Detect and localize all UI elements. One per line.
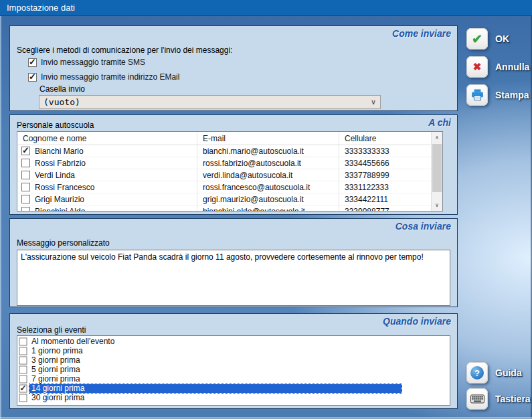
event-checkbox[interactable] bbox=[19, 375, 27, 383]
person-email: verdi.linda@autosucola.it bbox=[197, 169, 339, 181]
methods-instruction-label: Scegliere i metodi di comunicazione per … bbox=[17, 46, 232, 55]
section-header-cosa-inviare: Cosa inviare bbox=[395, 221, 451, 232]
keyboard-icon bbox=[466, 388, 488, 410]
person-phone: 3334455666 bbox=[339, 157, 432, 169]
checkbox-row-sms[interactable]: Invio messaggio tramite SMS bbox=[28, 58, 145, 67]
column-header-phone: Cellulare bbox=[339, 132, 432, 145]
casella-invio-label: Casella invio bbox=[39, 84, 85, 94]
guida-button-label: Guida bbox=[495, 367, 522, 378]
person-email: rossi.fabrizio@autoscuola.it bbox=[197, 157, 339, 169]
ok-button-label: OK bbox=[495, 33, 509, 44]
event-list-item[interactable]: 3 giorni prima bbox=[17, 355, 450, 365]
staff-table-header: Cognome e nome E-mail Cellulare bbox=[17, 132, 431, 145]
sms-checkbox[interactable] bbox=[28, 58, 37, 67]
dialog-window: Impostazione dati Come inviare Scegliere… bbox=[0, 0, 532, 419]
person-phone: 3334422111 bbox=[339, 193, 432, 205]
event-list-item[interactable]: 1 giorno prima bbox=[17, 346, 450, 355]
seleziona-eventi-label: Seleziona gli eventi bbox=[17, 325, 86, 335]
section-header-a-chi: A chi bbox=[428, 117, 451, 128]
guida-button[interactable]: ? Guida bbox=[466, 362, 522, 384]
annulla-button[interactable]: ✖ Annulla bbox=[466, 56, 529, 78]
event-label: 30 giorni prima bbox=[29, 394, 402, 402]
annulla-button-label: Annulla bbox=[495, 62, 529, 72]
tastiera-button-label: Tastiera bbox=[495, 394, 531, 404]
event-checkbox[interactable] bbox=[19, 394, 27, 402]
event-checkbox[interactable] bbox=[19, 365, 27, 373]
dialog-body: Come inviare Scegliere i metodi di comun… bbox=[0, 16, 532, 419]
table-row[interactable]: Verdi Lindaverdi.linda@autosucola.it3337… bbox=[17, 169, 431, 181]
person-email: grigi.maurizio@autoscuola.it bbox=[197, 193, 339, 205]
row-checkbox[interactable] bbox=[21, 207, 30, 212]
person-email: bianchi.mario@autoscuola.it bbox=[197, 145, 339, 157]
event-list-item[interactable]: 7 giorni prima bbox=[17, 374, 450, 384]
event-checkbox[interactable] bbox=[19, 384, 27, 392]
event-label: 3 giorni prima bbox=[29, 356, 402, 365]
row-checkbox[interactable] bbox=[21, 159, 30, 167]
table-row[interactable]: Bianchini Aldobianchini.aldo@autoscuola.… bbox=[17, 205, 431, 212]
scroll-down-icon[interactable]: ∨ bbox=[432, 199, 442, 211]
event-list-item[interactable]: 5 giorni prima bbox=[17, 365, 450, 374]
table-row[interactable]: Rossi Fabriziorossi.fabrizio@autoscuola.… bbox=[17, 157, 431, 169]
event-checkbox[interactable] bbox=[19, 356, 27, 364]
person-phone: 3339988777 bbox=[339, 205, 432, 212]
column-header-email: E-mail bbox=[197, 132, 339, 145]
table-row[interactable]: Rossi Francescorossi.francesco@autoscuol… bbox=[17, 181, 431, 193]
event-list-item[interactable]: Al momento dell'evento bbox=[17, 337, 450, 346]
check-icon: ✔ bbox=[466, 28, 488, 50]
title-bar: Impostazione dati bbox=[0, 0, 532, 16]
row-checkbox[interactable] bbox=[21, 147, 30, 155]
table-row[interactable]: Grigi Mauriziogrigi.maurizio@autoscuola.… bbox=[17, 193, 431, 205]
person-phone: 3333333333 bbox=[339, 145, 432, 157]
event-checkbox[interactable] bbox=[19, 347, 27, 355]
stampa-button-label: Stampa bbox=[495, 90, 529, 100]
messaggio-personalizzato-label: Messaggio personalizzato bbox=[17, 238, 110, 248]
section-header-quando-inviare: Quando inviare bbox=[383, 316, 451, 327]
person-name: Rossi Fabrizio bbox=[35, 159, 86, 168]
stampa-button[interactable]: Stampa bbox=[466, 84, 529, 106]
checkbox-row-email[interactable]: Invio messaggio tramite indirizzo EMail bbox=[28, 72, 179, 82]
person-name: Bianchini Aldo bbox=[35, 207, 85, 212]
panel-cosa-inviare: Cosa inviare Messaggio personalizzato L'… bbox=[9, 218, 458, 307]
event-label: 14 giorni prima bbox=[29, 384, 402, 393]
person-name: Rossi Francesco bbox=[35, 183, 94, 192]
panel-come-inviare: Come inviare Scegliere i metodi di comun… bbox=[9, 25, 458, 111]
event-checkbox[interactable] bbox=[19, 337, 27, 345]
events-listbox: Al momento dell'evento1 giorno prima3 gi… bbox=[17, 335, 450, 406]
staff-table-rows: Bianchi Mariobianchi.mario@autoscuola.it… bbox=[17, 145, 431, 211]
table-scrollbar[interactable]: ∧ ∨ bbox=[431, 132, 442, 211]
person-phone: 3337788999 bbox=[339, 169, 432, 181]
cancel-icon: ✖ bbox=[466, 56, 488, 78]
help-icon: ? bbox=[466, 362, 488, 384]
person-email: bianchini.aldo@autoscuola.it bbox=[197, 205, 339, 212]
person-name: Grigi Maurizio bbox=[35, 195, 84, 204]
panel-quando-inviare: Quando inviare Seleziona gli eventi Al m… bbox=[9, 313, 458, 409]
event-list-item[interactable]: 30 giorni prima bbox=[17, 393, 450, 402]
row-checkbox[interactable] bbox=[21, 183, 30, 191]
custom-message-textarea[interactable]: L'assicurazione sul veicolo Fiat Panda s… bbox=[17, 250, 450, 306]
sms-checkbox-label: Invio messaggio tramite SMS bbox=[41, 58, 145, 67]
chevron-down-icon: ∨ bbox=[371, 98, 376, 106]
event-list-item[interactable]: 14 giorni prima bbox=[17, 384, 450, 393]
person-phone: 3331122333 bbox=[339, 181, 432, 193]
email-checkbox-label: Invio messaggio tramite indirizzo EMail bbox=[41, 72, 179, 82]
casella-invio-dropdown[interactable]: (vuoto) ∨ bbox=[39, 95, 381, 109]
table-row[interactable]: Bianchi Mariobianchi.mario@autoscuola.it… bbox=[17, 145, 431, 157]
scroll-up-icon[interactable]: ∧ bbox=[432, 132, 442, 143]
personale-autoscuola-label: Personale autoscuola bbox=[17, 120, 94, 130]
column-header-name: Cognome e nome bbox=[17, 132, 197, 145]
scrollbar-thumb[interactable] bbox=[432, 144, 442, 192]
event-label: 7 giorni prima bbox=[29, 375, 402, 384]
printer-icon bbox=[466, 84, 488, 106]
casella-invio-value: (vuoto) bbox=[43, 97, 80, 107]
section-header-come-inviare: Come inviare bbox=[392, 28, 451, 39]
row-checkbox[interactable] bbox=[21, 171, 30, 179]
row-checkbox[interactable] bbox=[21, 195, 30, 203]
ok-button[interactable]: ✔ OK bbox=[466, 28, 509, 50]
event-label: 5 giorni prima bbox=[29, 365, 402, 374]
email-checkbox[interactable] bbox=[28, 73, 37, 82]
event-label: 1 giorno prima bbox=[29, 347, 402, 355]
panel-a-chi: A chi Personale autoscuola Cognome e nom… bbox=[9, 114, 458, 215]
tastiera-button[interactable]: Tastiera bbox=[466, 388, 531, 410]
event-label: Al momento dell'evento bbox=[29, 337, 402, 346]
person-name: Verdi Linda bbox=[35, 171, 75, 180]
